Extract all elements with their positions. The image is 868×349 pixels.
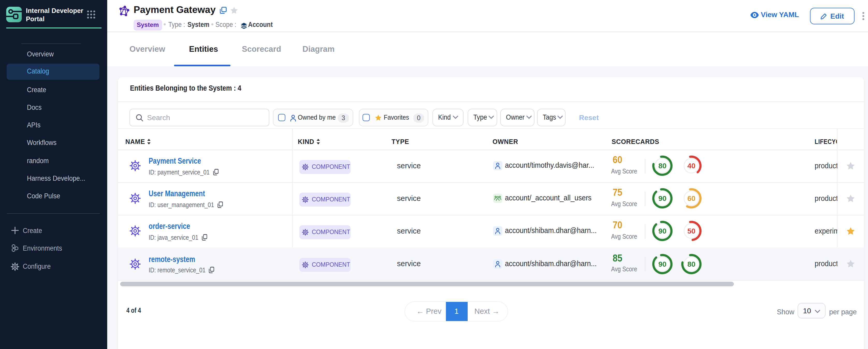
svg-text:40: 40 <box>687 162 695 170</box>
svg-text:80: 80 <box>658 162 666 170</box>
svg-text:80: 80 <box>687 260 695 268</box>
svg-text:90: 90 <box>658 195 666 203</box>
svg-text:90: 90 <box>658 227 666 235</box>
svg-text:50: 50 <box>687 227 695 235</box>
svg-text:60: 60 <box>687 195 695 203</box>
svg-text:90: 90 <box>658 260 666 268</box>
